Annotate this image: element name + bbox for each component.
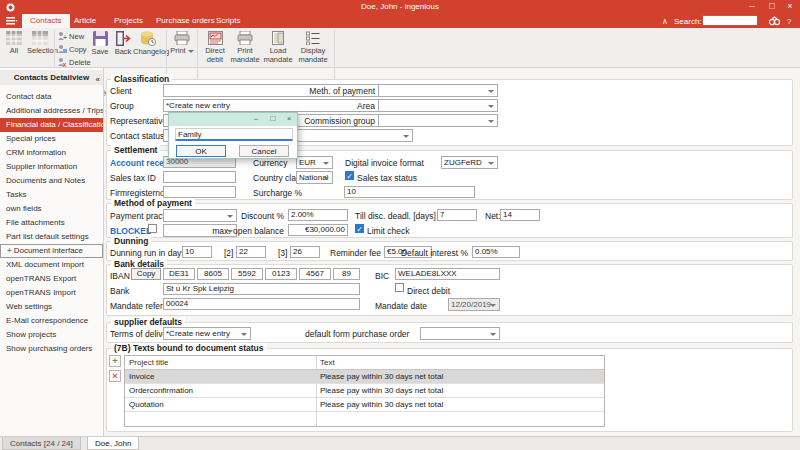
commission-group-select[interactable] bbox=[378, 114, 498, 127]
sidebar-item-documents-and-notes[interactable]: Documents and Notes bbox=[0, 174, 103, 188]
close-button[interactable]: × bbox=[782, 1, 798, 11]
client-select[interactable] bbox=[163, 84, 413, 97]
direct-debit-checkbox[interactable] bbox=[395, 283, 404, 292]
save-button[interactable]: Save bbox=[88, 30, 112, 66]
iban-part-5-field[interactable]: 4567 bbox=[299, 268, 331, 280]
blocked-label[interactable]: BLOCKED bbox=[110, 226, 152, 236]
firm-register-field[interactable] bbox=[163, 186, 236, 198]
remove-row-button[interactable]: × bbox=[109, 370, 121, 382]
sidebar-item-financial-data[interactable]: Financial data / Classification bbox=[0, 118, 103, 132]
sidebar-item-tasks[interactable]: Tasks bbox=[0, 188, 103, 202]
selection-button[interactable]: Selection bbox=[27, 30, 53, 66]
tab-contacts[interactable]: Contacts bbox=[22, 14, 70, 28]
print-mandate-button[interactable]: Print mandate bbox=[230, 30, 260, 66]
copy-button[interactable]: Copy bbox=[57, 44, 87, 56]
add-row-button[interactable]: + bbox=[109, 355, 121, 367]
bottom-tab-doe-john[interactable]: Doe, John bbox=[87, 437, 139, 450]
iban-part-4-field[interactable]: 0123 bbox=[265, 268, 297, 280]
terms-of-delivery-select[interactable]: *Create new entry bbox=[163, 327, 251, 340]
maximize-button[interactable]: □ bbox=[764, 1, 780, 11]
new-button[interactable]: + New bbox=[57, 31, 84, 43]
sidebar-item-additional-addresses[interactable]: Additional addresses / Trips bbox=[0, 104, 103, 118]
blocked-checkbox[interactable] bbox=[148, 224, 157, 233]
tree-expand-icon[interactable]: + bbox=[7, 246, 12, 255]
group-select[interactable]: *Create new entry bbox=[163, 99, 413, 112]
default-interest-field[interactable]: 0.05% bbox=[472, 246, 520, 258]
table-row[interactable]: Quotation Please pay within 30 days net … bbox=[125, 398, 604, 412]
sales-tax-status-checkbox[interactable]: ✓ bbox=[345, 171, 354, 180]
changelog-button[interactable]: Changelog bbox=[133, 30, 163, 66]
display-mandate-button[interactable]: Display mandate bbox=[296, 30, 330, 66]
limit-check-checkbox[interactable]: ✓ bbox=[355, 224, 364, 233]
sidebar-item-show-projects[interactable]: Show projects bbox=[0, 328, 103, 342]
minimize-button[interactable]: – bbox=[744, 1, 760, 11]
sidebar-item-document-interface[interactable]: +Document interface bbox=[0, 244, 103, 258]
mandate-date-field[interactable]: 12/20/2019 bbox=[448, 298, 500, 311]
sidebar-item-xml-document-import[interactable]: XML document import bbox=[0, 258, 103, 272]
sidebar-item-own-fields[interactable]: own fields bbox=[0, 202, 103, 216]
ok-button[interactable]: OK bbox=[176, 145, 226, 157]
back-button[interactable]: Back bbox=[112, 30, 134, 66]
iban-part-2-field[interactable]: 8605 bbox=[197, 268, 229, 280]
tab-article[interactable]: Article bbox=[66, 14, 104, 28]
dialog-maximize-button[interactable]: □ bbox=[266, 114, 280, 123]
discount-field[interactable]: 2.00% bbox=[288, 209, 348, 221]
country-class-select[interactable]: National bbox=[296, 171, 333, 184]
digital-invoice-format-select[interactable]: ZUGFeRD bbox=[441, 156, 498, 169]
table-row[interactable]: Orderconfirmation Please pay within 30 d… bbox=[125, 384, 604, 398]
cancel-button[interactable]: Cancel bbox=[239, 145, 289, 157]
chevron-down-icon bbox=[403, 135, 409, 138]
binoculars-search-icon[interactable] bbox=[769, 16, 780, 26]
table-row[interactable]: Invoice Please pay within 30 days net to… bbox=[125, 370, 604, 384]
sidebar-item-file-attachments[interactable]: File attachments bbox=[0, 216, 103, 230]
net-field[interactable]: 14 bbox=[500, 209, 540, 221]
payment-practice-select[interactable] bbox=[163, 209, 237, 222]
sales-tax-id-field[interactable] bbox=[163, 171, 236, 183]
sidebar-item-crm-information[interactable]: CRM information bbox=[0, 146, 103, 160]
direct-debit-button[interactable]: Direct debit bbox=[201, 30, 229, 66]
limit-check-label: Limit check bbox=[367, 226, 410, 236]
collapse-ribbon-icon[interactable]: ∧ bbox=[662, 17, 668, 26]
sidebar-item-part-list-default-settings[interactable]: Part list default settings bbox=[0, 230, 103, 244]
sidebar-item-opentrans-export[interactable]: openTRANS Export bbox=[0, 272, 103, 286]
mandate-reference-field[interactable]: 00024 bbox=[163, 298, 360, 310]
sidebar-item-contact-data[interactable]: Contact data bbox=[0, 90, 103, 104]
sidebar-item-web-settings[interactable]: Web settings bbox=[0, 300, 103, 314]
dunning-run2-field[interactable]: 22 bbox=[236, 246, 266, 258]
sidebar-item-show-purchasing-orders[interactable]: Show purchasing orders bbox=[0, 342, 103, 356]
copy-iban-button[interactable]: Copy bbox=[131, 268, 161, 280]
chevron-down-icon bbox=[241, 333, 247, 336]
currency-select[interactable]: EUR bbox=[296, 156, 333, 169]
dunning-run3-field[interactable]: 26 bbox=[290, 246, 320, 258]
meth-of-payment-select[interactable] bbox=[378, 84, 498, 97]
bank-name-field[interactable]: St u Kr Spk Leipzig bbox=[163, 283, 360, 295]
dunning-run1-field[interactable]: 10 bbox=[182, 246, 212, 258]
iban-part-3-field[interactable]: 5592 bbox=[231, 268, 263, 280]
all-button[interactable]: All bbox=[2, 30, 26, 66]
sidebar-item-opentrans-import[interactable]: openTRANS Import bbox=[0, 286, 103, 300]
bic-field[interactable]: WELADE8LXXX bbox=[395, 268, 500, 280]
help-icon[interactable]: ? bbox=[787, 17, 791, 26]
tab-projects[interactable]: Projects bbox=[106, 14, 151, 28]
sidebar-item-supplier-information[interactable]: Supplier information bbox=[0, 160, 103, 174]
dialog-minimize-button[interactable]: – bbox=[249, 114, 263, 123]
surcharge-field[interactable]: 10 bbox=[344, 186, 475, 198]
sidebar-item-email-correspondence[interactable]: E-Mail correspondence bbox=[0, 314, 103, 328]
max-open-balance-field[interactable]: €30,000.00 bbox=[288, 224, 348, 236]
print-button[interactable]: Print bbox=[170, 30, 194, 66]
iban-part-1-field[interactable]: DE31 bbox=[163, 268, 195, 280]
sidebar-item-special-prices[interactable]: Special prices bbox=[0, 132, 103, 146]
bottom-tab-contacts[interactable]: Contacts [24 / 24] bbox=[2, 437, 81, 450]
load-mandate-button[interactable]: Load mandate bbox=[261, 30, 295, 66]
ribbon: All Selection + New Copy x Delete Save B… bbox=[0, 28, 800, 68]
iban-part-6-field[interactable]: 89 bbox=[333, 268, 360, 280]
new-entry-input[interactable]: Family bbox=[175, 128, 293, 141]
tab-scripts[interactable]: Scripts bbox=[208, 14, 248, 28]
default-form-purchase-order-select[interactable] bbox=[420, 327, 500, 340]
dialog-close-button[interactable]: × bbox=[282, 114, 296, 123]
till-disc-deadline-field[interactable]: 7 bbox=[437, 209, 477, 221]
menu-icon[interactable] bbox=[6, 17, 18, 25]
collapse-sidebar-icon[interactable]: « bbox=[96, 72, 100, 87]
area-select[interactable] bbox=[378, 99, 498, 112]
search-input[interactable] bbox=[702, 15, 758, 26]
